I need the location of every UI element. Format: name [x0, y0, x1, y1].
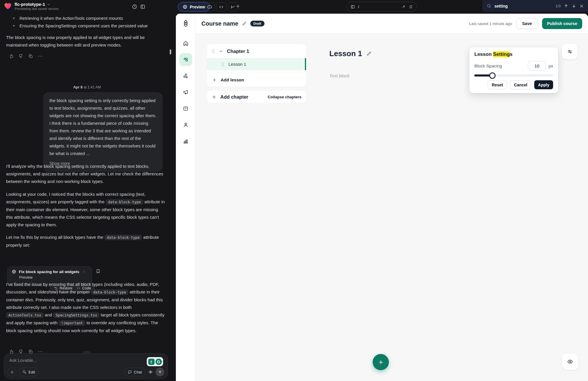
globe-icon — [183, 4, 187, 9]
lesson-row[interactable]: Lesson 1 — [207, 58, 306, 70]
code-view-button[interactable] — [216, 2, 226, 11]
panel-icon[interactable] — [140, 4, 146, 10]
find-bar: 1/3 — [482, 0, 588, 12]
chevron-up-icon[interactable] — [219, 49, 223, 54]
chat-panel: Retrieving it when the ActionTools compo… — [0, 14, 171, 381]
find-prev-icon[interactable] — [564, 3, 569, 8]
grammarly-bulb-icon — [148, 359, 155, 365]
nav-profile[interactable] — [179, 118, 192, 131]
bullet-icon — [13, 17, 15, 19]
version-card-title: Fix block spacing for all widgets — [19, 270, 79, 274]
add-chapter-button[interactable]: Add chapter — [212, 94, 248, 100]
project-name: flc-prototype-1 — [15, 2, 45, 7]
assistant-paragraph: I'll analyze why the block spacing setti… — [6, 163, 165, 185]
shapes-icon — [182, 56, 189, 63]
thumbs-down-icon[interactable] — [18, 54, 24, 59]
lesson-active-indicator — [305, 58, 306, 70]
version-card-subtitle: Preview — [19, 275, 88, 279]
mail-icon — [183, 105, 189, 112]
bookmark-icon[interactable] — [95, 268, 101, 274]
more-icon[interactable] — [37, 54, 43, 59]
search-icon — [487, 3, 492, 8]
block-spacing-label: Block Spacing — [474, 63, 502, 68]
text-block-placeholder[interactable]: Text block — [329, 73, 349, 79]
find-next-icon[interactable] — [571, 3, 576, 8]
nav-analytics[interactable] — [179, 135, 192, 147]
chapter-actions-panel: Add chapter Collapse chapters — [207, 91, 306, 103]
app-preview: Course name Draft Last saved 1 minute ag… — [176, 14, 588, 381]
edit-mode-button[interactable]: Edit — [19, 368, 39, 376]
nav-community[interactable] — [179, 70, 192, 82]
chat-scrollbar-thumb[interactable] — [170, 49, 171, 54]
user-message-bubble: the block spacing setting is only correc… — [43, 92, 163, 172]
nav-home[interactable] — [179, 37, 192, 50]
filter-icon — [567, 49, 573, 55]
thumbs-up-icon[interactable] — [9, 54, 14, 59]
assistant-summary: The block spacing is now properly applie… — [6, 34, 165, 49]
search-input[interactable] — [494, 4, 532, 8]
chart-icon — [183, 138, 189, 144]
send-button[interactable] — [156, 368, 164, 376]
block-spacing-input[interactable] — [528, 61, 546, 70]
save-button[interactable]: Save — [516, 18, 538, 29]
code-icon — [219, 4, 224, 10]
preview-toggle-button[interactable] — [562, 353, 578, 370]
drag-handle-icon[interactable] — [212, 49, 215, 54]
url-path: / — [358, 5, 398, 9]
assistant-paragraph: Let me fix this by ensuring all block ty… — [6, 234, 165, 249]
add-chapter-label: Add chapter — [220, 94, 248, 100]
profile-icon — [183, 122, 189, 128]
home-icon — [183, 40, 189, 47]
app-logo[interactable] — [176, 14, 195, 33]
history-icon[interactable] — [132, 4, 137, 10]
close-icon[interactable] — [579, 4, 584, 8]
cancel-button[interactable]: Cancel — [510, 80, 531, 89]
pencil-icon[interactable] — [366, 51, 372, 56]
chat-mode-button[interactable]: Chat — [124, 368, 146, 376]
copy-icon[interactable] — [28, 54, 33, 59]
app-nav — [176, 33, 195, 147]
url-bar[interactable]: / — [346, 2, 417, 12]
chat-input-box: G Edit Chat — [4, 353, 168, 379]
publish-course-button[interactable]: Publish course — [542, 18, 582, 29]
analytics-icon — [230, 4, 236, 10]
plus-icon — [378, 359, 384, 365]
lovable-logo-icon — [4, 3, 12, 10]
cloud-button[interactable] — [204, 2, 215, 11]
cloud-icon — [207, 4, 212, 10]
unit-label: px — [548, 63, 553, 68]
bullet-list: Retrieving it when the ActionTools compo… — [6, 15, 165, 30]
chat-input[interactable] — [9, 358, 120, 363]
grammarly-g-icon: G — [156, 359, 162, 365]
add-lesson-label: Add lesson — [221, 77, 244, 82]
apply-button[interactable]: Apply — [534, 80, 553, 89]
add-block-fab[interactable] — [373, 354, 389, 370]
slider-thumb[interactable] — [489, 72, 496, 79]
search-highlight: Setting — [493, 51, 510, 57]
voice-icon[interactable] — [148, 369, 153, 375]
chapters-panel: Chapter 1 Lesson 1 Add lesson — [207, 44, 306, 87]
grammarly-widget[interactable]: G — [147, 357, 163, 366]
refresh-icon[interactable] — [409, 5, 413, 9]
new-tab-plus-icon[interactable] — [235, 4, 240, 9]
preview-button-label: Preview — [190, 5, 205, 9]
globe-icon — [12, 269, 16, 274]
last-saved-text: Last saved 1 minute ago — [469, 22, 512, 26]
attach-plus-button[interactable] — [8, 368, 16, 376]
drag-handle-icon[interactable] — [221, 62, 224, 67]
reset-button[interactable]: Reset — [488, 80, 507, 89]
external-link-icon[interactable] — [401, 5, 406, 9]
nav-inbox[interactable] — [179, 102, 192, 115]
nav-courses[interactable] — [179, 53, 192, 66]
project-menu[interactable]: flc-prototype-1 Previewing last saved ve… — [4, 2, 59, 10]
chapter-row[interactable]: Chapter 1 — [207, 44, 306, 58]
megaphone-icon — [183, 89, 189, 95]
assistant-paragraph: Looking at your code, I noticed that the… — [6, 190, 165, 229]
add-lesson-button[interactable]: Add lesson — [207, 73, 306, 87]
nav-marketing[interactable] — [179, 86, 192, 99]
pencil-icon[interactable] — [242, 21, 247, 26]
message-actions — [9, 54, 43, 59]
block-spacing-slider[interactable] — [474, 74, 553, 76]
collapse-chapters-button[interactable]: Collapse chapters — [268, 95, 301, 99]
settings-toggle-button[interactable] — [562, 44, 578, 59]
